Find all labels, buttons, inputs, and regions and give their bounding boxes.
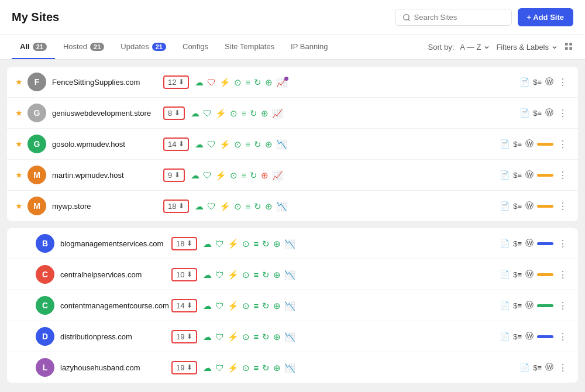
site-name: contentmanagementcourse.com — [60, 301, 171, 310]
billing-icon: $≡ — [513, 301, 522, 310]
cloud-icon: ☁ — [191, 171, 199, 180]
download-icon: ⬇ — [187, 270, 192, 278]
site-name: distributionpress.com — [60, 332, 171, 341]
more-options-button[interactable]: ⋮ — [556, 136, 570, 152]
billing-icon: $≡ — [513, 171, 522, 180]
right-actions: 📄 $≡ Ⓦ — [500, 269, 553, 280]
right-actions: 📄 $≡ Ⓦ — [519, 108, 553, 118]
shield-icon: 🛡 — [215, 332, 224, 341]
cloud-icon: ☁ — [191, 109, 199, 118]
color-bar — [537, 273, 553, 276]
globe-icon: ⊕ — [265, 202, 273, 211]
more-options-button[interactable]: ⋮ — [556, 198, 570, 214]
grid-view-button[interactable] — [564, 42, 573, 53]
icons-strip: ☁ 🛡 ⚡ ⊙ ≡ ↻ ⊕ 📉 — [203, 363, 519, 372]
star-placeholder: ★ — [15, 332, 23, 341]
highlight-box: 9 ⬇ — [163, 169, 185, 182]
filter-dropdown[interactable]: Filters & Labels — [496, 43, 558, 51]
highlight-box: 18 ⬇ — [163, 200, 189, 213]
site-name: FenceSittingSupplies.com — [52, 78, 163, 87]
wordpress-icon: Ⓦ — [525, 238, 534, 249]
svg-rect-5 — [569, 47, 572, 50]
bolt-icon: ⚡ — [219, 78, 230, 87]
plugin-count: 14 — [176, 301, 184, 310]
more-options-button[interactable]: ⋮ — [556, 105, 570, 121]
star-icon[interactable]: ★ — [15, 201, 23, 211]
cloud-icon: ☁ — [203, 301, 212, 310]
starred-section: ★ F FenceSittingSupplies.com 12 ⬇ ☁ 🛡 ⚡ … — [7, 67, 578, 221]
more-options-button[interactable]: ⋮ — [556, 74, 570, 90]
tab-ip-banning[interactable]: IP Banning — [283, 35, 336, 59]
download-icon: ⬇ — [187, 363, 192, 372]
star-placeholder: ★ — [15, 301, 23, 310]
table-row: ★ C contentmanagementcourse.com 14 ⬇ ☁ 🛡… — [7, 290, 578, 321]
bolt-icon: ⚡ — [219, 202, 230, 211]
shield-icon: 🛡 — [207, 202, 216, 211]
star-icon[interactable]: ★ — [15, 108, 23, 118]
more-options-button[interactable]: ⋮ — [556, 267, 570, 283]
highlight-box: 10 ⬇ — [171, 268, 197, 281]
add-site-button[interactable]: + Add Site — [518, 8, 573, 26]
lines-icon: ≡ — [253, 332, 259, 341]
site-name: blogmanagementservices.com — [60, 239, 171, 248]
right-actions: 📄 $≡ Ⓦ — [500, 238, 553, 249]
more-options-button[interactable]: ⋮ — [556, 236, 570, 252]
document-icon: 📄 — [500, 139, 510, 149]
table-row: ★ G geniuswebdevelopment.store 8 ⬇ ☁ 🛡 ⚡… — [7, 98, 578, 129]
chart-icon: 📉 — [284, 332, 295, 341]
tab-site-templates[interactable]: Site Templates — [216, 35, 283, 59]
star-icon[interactable]: ★ — [15, 139, 23, 149]
cloud-icon: ☁ — [203, 332, 212, 341]
site-name: centralhelpservices.com — [60, 270, 171, 279]
lines-icon: ≡ — [245, 140, 250, 149]
plugin-count: 14 — [168, 140, 176, 149]
sort-dropdown[interactable]: A — Z — [460, 43, 490, 51]
shield-icon: 🛡 — [215, 270, 224, 279]
refresh-icon: ↻ — [262, 363, 270, 372]
billing-icon: $≡ — [533, 109, 542, 118]
tab-hosted[interactable]: Hosted 21 — [55, 35, 112, 59]
search-box[interactable] — [395, 9, 512, 26]
color-bar — [537, 335, 553, 338]
star-icon[interactable]: ★ — [15, 77, 23, 87]
more-options-button[interactable]: ⋮ — [556, 298, 570, 314]
billing-icon: $≡ — [513, 332, 522, 341]
search-input[interactable] — [414, 13, 504, 22]
icons-strip: ☁ 🛡 ⚡ ⊙ ≡ ↻ ⊕ 📈 — [195, 78, 519, 87]
billing-icon: $≡ — [513, 270, 522, 279]
chart-icon: 📈 — [272, 171, 283, 180]
shield-icon: 🛡 — [215, 301, 224, 310]
tab-configs[interactable]: Configs — [174, 35, 216, 59]
header: My Sites + Add Site — [0, 0, 585, 35]
more-options-button[interactable]: ⋮ — [556, 360, 570, 376]
plugin-count: 18 — [176, 239, 184, 248]
billing-icon: $≡ — [513, 239, 522, 248]
icons-strip: ☁ 🛡 ⚡ ⊙ ≡ ↻ ⊕ 📉 — [195, 140, 500, 149]
star-placeholder: ★ — [15, 363, 23, 372]
shield-icon: 🛡 — [203, 109, 212, 118]
icons-strip: ☁ 🛡 ⚡ ⊙ ≡ ↻ ⊕ 📉 — [203, 332, 500, 341]
color-bar — [537, 174, 553, 177]
tab-updates[interactable]: Updates 21 — [112, 35, 174, 59]
more-options-button[interactable]: ⋮ — [556, 167, 570, 183]
document-icon: 📄 — [500, 239, 510, 248]
document-icon: 📄 — [519, 108, 529, 118]
refresh-icon: ↻ — [254, 78, 261, 87]
table-row: ★ C centralhelpservices.com 10 ⬇ ☁ 🛡 ⚡ ⊙… — [7, 259, 578, 290]
more-options-button[interactable]: ⋮ — [556, 329, 570, 345]
cloud-icon: ☁ — [203, 270, 212, 279]
refresh-icon: ↻ — [250, 109, 257, 118]
document-icon: 📄 — [500, 170, 510, 180]
chart-icon-wrapper: 📈 — [276, 78, 287, 87]
tab-all[interactable]: All 21 — [12, 35, 55, 59]
table-row: ★ B blogmanagementservices.com 18 ⬇ ☁ 🛡 … — [7, 228, 578, 259]
globe-icon: ⊕ — [261, 171, 269, 180]
download-icon: ⬇ — [174, 171, 180, 179]
globe-icon: ⊕ — [273, 239, 281, 248]
icons-strip: ☁ 🛡 ⚡ ⊙ ≡ ↻ ⊕ 📉 — [203, 270, 500, 279]
star-icon[interactable]: ★ — [15, 170, 23, 180]
cloud-icon: ☁ — [195, 140, 204, 149]
tabs-left: All 21 Hosted 21 Updates 21 Configs Site… — [12, 35, 336, 59]
cloud-icon: ☁ — [203, 239, 212, 248]
chart-icon: 📉 — [284, 363, 295, 372]
